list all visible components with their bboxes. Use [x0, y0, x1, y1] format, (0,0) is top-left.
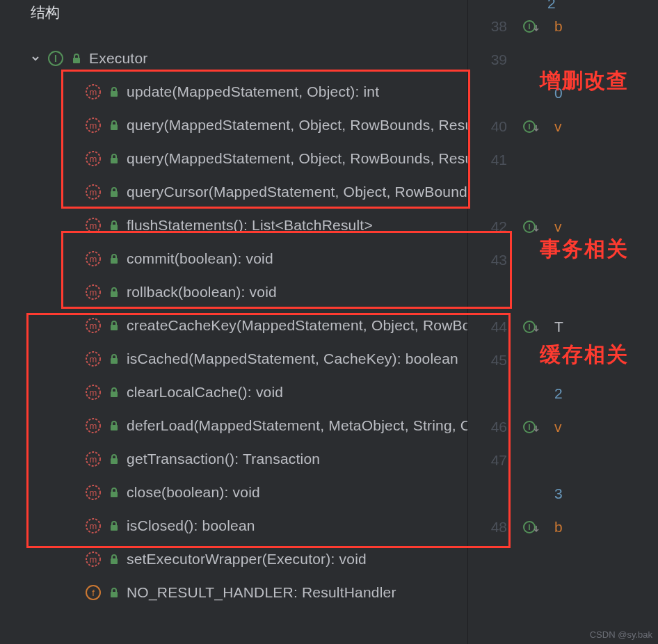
code-preview-line: b — [547, 510, 563, 544]
implements-marker-icon[interactable] — [515, 410, 547, 444]
implements-marker-icon[interactable] — [515, 310, 547, 344]
panel-title: 结构 — [0, 0, 467, 42]
method-label: setExecutorWrapper(Executor): void — [127, 551, 367, 567]
method-label: queryCursor(MappedStatement, Object, Row… — [127, 184, 467, 200]
method-icon — [85, 83, 102, 100]
line-number[interactable]: 43 — [468, 243, 507, 277]
method-item[interactable]: clearLocalCache(): void — [85, 376, 467, 409]
line-number[interactable]: 42 — [468, 210, 507, 243]
method-item[interactable]: close(boolean): void — [85, 476, 467, 509]
code-preview-line — [547, 143, 563, 177]
line-number[interactable]: 40 — [468, 110, 507, 143]
method-label: close(boolean): void — [127, 484, 260, 501]
method-icon — [85, 317, 102, 334]
lock-icon — [109, 287, 120, 298]
line-number[interactable]: 38 — [468, 10, 507, 43]
method-item[interactable]: getTransaction(): Transaction — [85, 442, 467, 476]
lock-icon — [109, 520, 120, 531]
line-number[interactable]: 39 — [468, 43, 507, 77]
method-label: commit(boolean): void — [127, 250, 273, 267]
method-item[interactable]: rollback(boolean): void — [85, 275, 467, 309]
method-item[interactable]: deferLoad(MappedStatement, MetaObject, S… — [85, 409, 467, 442]
line-number[interactable] — [468, 77, 507, 110]
method-item[interactable]: commit(boolean): void — [85, 242, 467, 275]
code-preview-line — [547, 277, 563, 310]
method-item[interactable]: isCached(MappedStatement, CacheKey): boo… — [85, 342, 467, 376]
method-icon — [85, 351, 102, 367]
method-item[interactable]: createCacheKey(MappedStatement, Object, … — [85, 309, 467, 342]
lock-icon — [71, 53, 82, 64]
code-preview-line: b — [547, 10, 563, 43]
method-icon — [85, 250, 102, 267]
implements-marker-icon[interactable] — [515, 110, 547, 143]
line-number[interactable] — [468, 477, 507, 510]
method-item[interactable]: setExecutorWrapper(Executor): void — [85, 542, 467, 576]
method-label: createCacheKey(MappedStatement, Object, … — [127, 317, 467, 334]
method-label: update(MappedStatement, Object): int — [127, 83, 379, 100]
code-numeric — [468, 0, 507, 10]
lock-icon — [109, 387, 120, 398]
annotation-label-crud: 增删改查 — [540, 67, 629, 95]
annotation-label-cache: 缓存相关 — [540, 341, 629, 369]
method-icon — [85, 384, 102, 401]
method-item[interactable]: flushStatements(): List<BatchResult> — [85, 209, 467, 242]
method-icon — [85, 517, 102, 534]
line-number[interactable] — [468, 177, 507, 210]
lock-icon — [109, 554, 120, 565]
method-icon — [85, 417, 102, 434]
field-icon — [85, 584, 102, 601]
method-icon — [85, 117, 102, 134]
code-preview-line: v — [547, 110, 563, 143]
root-label: Executor — [89, 50, 147, 67]
code-preview: 2 b 0 v v T 2 v 3 b — [547, 0, 563, 644]
line-number[interactable] — [468, 277, 507, 310]
lock-icon — [109, 320, 120, 331]
code-preview-line: 2 — [547, 377, 563, 410]
line-number[interactable]: 45 — [468, 344, 507, 377]
method-label: query(MappedStatement, Object, RowBounds… — [127, 117, 467, 134]
method-item[interactable]: isClosed(): boolean — [85, 509, 467, 542]
lock-icon — [109, 487, 120, 498]
gutter-markers — [515, 0, 547, 644]
line-number[interactable]: 41 — [468, 143, 507, 177]
field-label: NO_RESULT_HANDLER: ResultHandler — [127, 584, 396, 601]
code-preview-line — [547, 177, 563, 210]
line-number[interactable] — [468, 377, 507, 410]
method-icon — [85, 150, 102, 167]
method-label: getTransaction(): Transaction — [127, 451, 320, 467]
implements-marker-icon[interactable] — [515, 510, 547, 544]
method-item[interactable]: query(MappedStatement, Object, RowBounds… — [85, 142, 467, 175]
method-item[interactable]: update(MappedStatement, Object): int — [85, 75, 467, 108]
line-number[interactable]: 48 — [468, 510, 507, 544]
lock-icon — [109, 420, 120, 431]
code-preview-line: v — [547, 410, 563, 444]
field-item[interactable]: NO_RESULT_HANDLER: ResultHandler — [85, 576, 467, 609]
method-label: query(MappedStatement, Object, RowBounds… — [127, 150, 467, 167]
implements-marker-icon[interactable] — [515, 10, 547, 43]
lock-icon — [109, 153, 120, 164]
line-number[interactable]: 44 — [468, 310, 507, 344]
lock-icon — [109, 353, 120, 364]
method-icon — [85, 284, 102, 300]
method-item[interactable]: queryCursor(MappedStatement, Object, Row… — [85, 175, 467, 209]
method-icon — [85, 484, 102, 501]
method-label: isCached(MappedStatement, CacheKey): boo… — [127, 351, 458, 367]
method-item[interactable]: query(MappedStatement, Object, RowBounds… — [85, 108, 467, 142]
line-number[interactable]: 46 — [468, 410, 507, 444]
lock-icon — [109, 220, 120, 231]
code-numeric: 2 — [547, 0, 563, 10]
method-label: clearLocalCache(): void — [127, 384, 283, 401]
structure-panel: 结构 Executor update(MappedStatement, Obje… — [0, 0, 467, 644]
method-label: flushStatements(): List<BatchResult> — [127, 217, 373, 234]
method-icon — [85, 217, 102, 234]
line-numbers: 38 39 40 41 42 43 44 45 46 47 48 — [468, 0, 515, 644]
tree-root-executor[interactable]: Executor — [31, 42, 467, 75]
lock-icon — [109, 453, 120, 465]
method-icon — [85, 451, 102, 467]
chevron-down-icon[interactable] — [31, 54, 40, 63]
method-icon — [85, 184, 102, 200]
code-preview-line: T — [547, 310, 563, 344]
method-label: isClosed(): boolean — [127, 517, 255, 534]
method-label: deferLoad(MappedStatement, MetaObject, S… — [127, 417, 467, 434]
line-number[interactable]: 47 — [468, 444, 507, 477]
